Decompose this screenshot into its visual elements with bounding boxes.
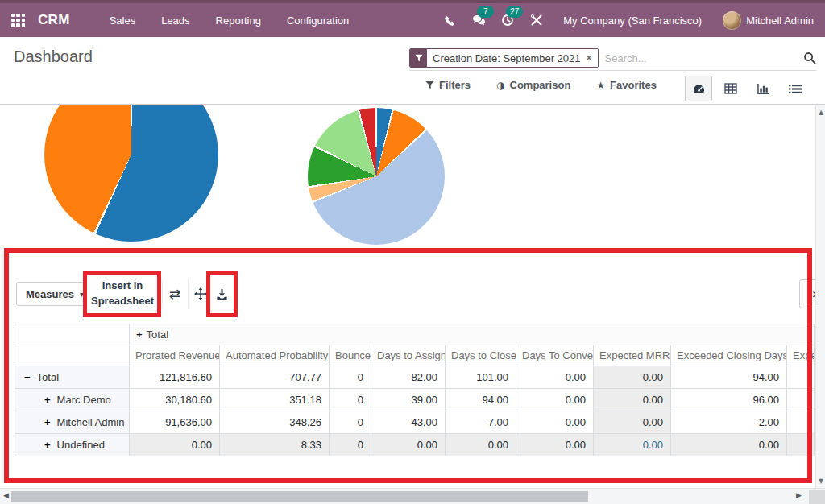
- pivot-cell: 94.00: [671, 366, 787, 389]
- pivot-cell: 0.00: [516, 366, 594, 389]
- pivot-column-header[interactable]: Days to Close: [446, 345, 516, 366]
- pivot-cell: 30,180.60: [130, 389, 220, 411]
- pivot-cell: 0: [330, 411, 371, 434]
- insert-in-spreadsheet-button[interactable]: Insert in Spreadsheet: [87, 275, 158, 313]
- favorites-menu[interactable]: ★ Favorites: [596, 79, 657, 91]
- pivot-cell: 0.00: [594, 411, 671, 434]
- scroll-up-icon: ▲: [816, 109, 825, 116]
- pivot-cell: [787, 411, 815, 434]
- messages-icon[interactable]: 7: [468, 11, 489, 29]
- horizontal-scrollbar[interactable]: ◀ ▶: [0, 488, 825, 504]
- pivot-cell: 0.00: [594, 434, 671, 456]
- pivot-cell: 0.00: [516, 434, 594, 456]
- comparison-icon: ◑: [496, 80, 504, 91]
- vertical-scrollbar[interactable]: ▲ ▼: [815, 105, 825, 488]
- pivot-column-header[interactable]: Expected MRR: [594, 345, 671, 366]
- control-panel: Dashboard Creation Date: September 2021 …: [0, 37, 825, 105]
- pivot-column-header[interactable]: Expe: [787, 345, 815, 366]
- pivot-column-header[interactable]: Automated Probability: [220, 345, 330, 366]
- user-menu[interactable]: Mitchell Admin: [723, 11, 814, 30]
- search-facet[interactable]: Creation Date: September 2021 ×: [409, 48, 599, 68]
- pivot-column-header[interactable]: Bounce: [330, 345, 371, 366]
- pivot-cell: 7.00: [446, 411, 516, 434]
- pie-chart-2[interactable]: [308, 108, 445, 245]
- pivot-cell: 91,636.00: [130, 411, 220, 434]
- pivot-cell: 94.00: [446, 389, 516, 411]
- menu-sales[interactable]: Sales: [99, 10, 147, 31]
- menu-leads[interactable]: Leads: [151, 10, 200, 31]
- pivot-cell: -2.00: [671, 411, 787, 434]
- dashboard-content: Measures ▾ Insert in Spreadsheet ⇄ › +To…: [0, 105, 825, 488]
- pivot-row-header[interactable]: +Marc Demo: [15, 389, 130, 411]
- view-switcher: [685, 76, 809, 101]
- company-switcher[interactable]: My Company (San Francisco): [563, 14, 702, 27]
- pivot-column-header[interactable]: Days to Assign: [371, 345, 446, 366]
- comparison-menu[interactable]: ◑ Comparison: [496, 79, 570, 91]
- menu-reporting[interactable]: Reporting: [205, 10, 272, 31]
- pivot-cell: 96.00: [671, 389, 787, 411]
- user-name: Mitchell Admin: [746, 14, 814, 27]
- pivot-cell: 101.00: [446, 366, 516, 389]
- pivot-cell: 0.00: [130, 434, 220, 456]
- pivot-cell: [787, 366, 815, 389]
- pivot-column-header[interactable]: Exceeded Closing Days: [671, 345, 787, 366]
- activities-icon[interactable]: 27: [497, 11, 518, 29]
- pivot-column-header[interactable]: Days To Convert: [516, 345, 594, 366]
- pivot-row-header[interactable]: +Mitchell Admin: [15, 411, 130, 434]
- search-icon[interactable]: [803, 52, 816, 64]
- messages-badge: 7: [477, 6, 494, 18]
- pivot-table-container: +TotalProrated RevenueAutomated Probabil…: [15, 324, 814, 456]
- scroll-right-icon: ▶: [796, 491, 802, 499]
- scrollbar-corner: [809, 490, 825, 504]
- view-list-button[interactable]: [781, 76, 809, 101]
- star-icon: ★: [596, 80, 605, 91]
- apps-menu-icon[interactable]: [11, 14, 25, 27]
- breadcrumb[interactable]: Dashboard: [14, 48, 93, 66]
- filters-menu[interactable]: Filters: [425, 79, 471, 91]
- view-dashboard-button[interactable]: [685, 76, 712, 101]
- pivot-cell: 351.18: [220, 389, 330, 411]
- pivot-cell: 348.26: [220, 411, 330, 434]
- pivot-cell: 121,816.60: [130, 366, 220, 389]
- pivot-cell: 0.00: [594, 366, 671, 389]
- scroll-down-icon: ▼: [816, 477, 825, 485]
- measures-button[interactable]: Measures ▾: [16, 282, 93, 306]
- app-window: CRM Sales Leads Reporting Configuration …: [0, 0, 825, 504]
- filter-icon: [410, 49, 427, 67]
- download-xlsx-icon[interactable]: [209, 279, 234, 308]
- app-title[interactable]: CRM: [38, 12, 70, 28]
- pivot-row-header[interactable]: −Total: [15, 366, 130, 389]
- pivot-cell: 0: [330, 366, 371, 389]
- column-group-label: Total: [147, 328, 168, 341]
- table-grid-icon: [724, 83, 737, 94]
- pivot-cell: 0: [330, 434, 371, 456]
- pivot-cell: [787, 434, 815, 456]
- view-chart-button[interactable]: [749, 76, 777, 101]
- pivot-row-header[interactable]: +Undefined: [15, 434, 130, 456]
- view-pivot-button[interactable]: [717, 76, 744, 101]
- pivot-cell: 0.00: [516, 411, 594, 434]
- search-bar: Creation Date: September 2021 ×: [409, 46, 816, 71]
- pivot-cell: 8.33: [220, 434, 330, 456]
- search-menus: Filters ◑ Comparison ★ Favorites: [425, 79, 657, 91]
- search-input[interactable]: [599, 52, 803, 64]
- pivot-cell: 43.00: [371, 411, 446, 434]
- gauge-icon: [692, 83, 706, 95]
- flip-axis-icon[interactable]: ⇄: [162, 279, 187, 308]
- facet-remove-icon[interactable]: ×: [587, 52, 592, 64]
- horizontal-scrollbar-thumb[interactable]: [11, 491, 588, 502]
- tools-icon[interactable]: [526, 11, 547, 29]
- pie-chart-1[interactable]: [44, 105, 218, 242]
- top-navbar: CRM Sales Leads Reporting Configuration …: [0, 0, 825, 37]
- pivot-cell: 0.00: [671, 434, 787, 456]
- phone-icon[interactable]: [439, 11, 460, 29]
- pivot-cell: 0.00: [371, 434, 446, 456]
- bar-chart-icon: [757, 83, 770, 95]
- pivot-cell: 707.77: [220, 366, 330, 389]
- pivot-column-group[interactable]: +Total: [130, 324, 815, 345]
- menu-configuration[interactable]: Configuration: [276, 10, 359, 31]
- caret-down-icon: ▾: [80, 290, 84, 299]
- scroll-left-icon: ◀: [3, 491, 9, 499]
- avatar: [723, 11, 741, 30]
- pivot-column-header[interactable]: Prorated Revenue: [130, 345, 220, 366]
